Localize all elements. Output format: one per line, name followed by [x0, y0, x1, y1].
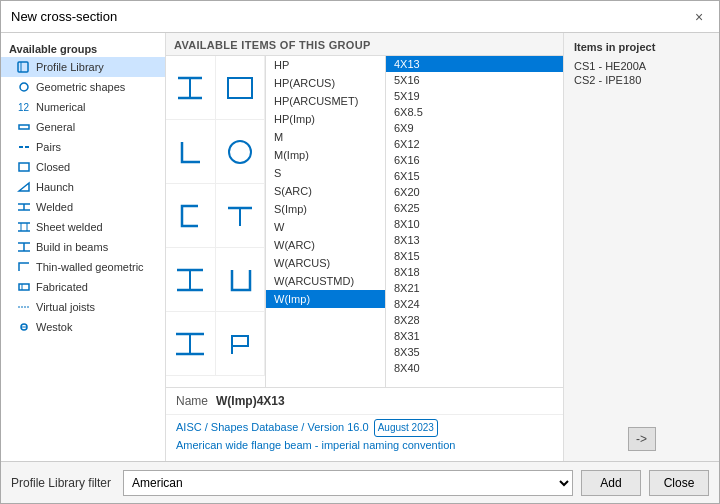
sidebar-item-pairs[interactable]: Pairs — [1, 137, 165, 157]
thumbnail-cell-ibeam3[interactable] — [166, 312, 216, 376]
shapes-icon — [17, 80, 31, 94]
size-item[interactable]: 5X16 — [386, 72, 563, 88]
svg-rect-0 — [18, 62, 28, 72]
size-item[interactable]: 8X24 — [386, 296, 563, 312]
book-icon — [17, 60, 31, 74]
profile-library-filter[interactable]: AmericanEuropeanAll — [123, 470, 573, 496]
size-item[interactable]: 6X25 — [386, 200, 563, 216]
thumbnail-cell-t[interactable] — [216, 184, 266, 248]
svg-text:12: 12 — [18, 102, 30, 113]
group-item[interactable]: W(ARCUS) — [266, 254, 385, 272]
sidebar-item-virtual-joists[interactable]: Virtual joists — [1, 297, 165, 317]
group-item[interactable]: M — [266, 128, 385, 146]
sidebar-item-general[interactable]: General — [1, 117, 165, 137]
thumbnail-cell-ibeam[interactable] — [166, 56, 216, 120]
size-item[interactable]: 8X35 — [386, 344, 563, 360]
svg-rect-4 — [19, 125, 29, 129]
name-value: W(Imp)4X13 — [216, 394, 285, 408]
group-item[interactable]: HP(ARCUSMET) — [266, 92, 385, 110]
sidebar-item-closed[interactable]: Closed — [1, 157, 165, 177]
group-item[interactable]: S(ARC) — [266, 182, 385, 200]
size-item[interactable]: 4X13 — [386, 56, 563, 72]
center-panel: AVAILABLE ITEMS OF THIS GROUP — [166, 33, 564, 461]
group-item[interactable]: W(ARC) — [266, 236, 385, 254]
sidebar-item-label: Sheet welded — [36, 221, 103, 233]
group-item[interactable]: S(Imp) — [266, 200, 385, 218]
filter-label: Profile Library filter — [11, 476, 111, 490]
sidebar-item-label: Fabricated — [36, 281, 88, 293]
virtual-icon — [17, 300, 31, 314]
size-item[interactable]: 5X19 — [386, 88, 563, 104]
size-item[interactable]: 8X21 — [386, 280, 563, 296]
sidebar-item-label: Haunch — [36, 181, 74, 193]
group-item[interactable]: HP(ARCUS) — [266, 74, 385, 92]
sidebar-item-westok[interactable]: Westok — [1, 317, 165, 337]
title-bar: New cross-section × — [1, 1, 719, 33]
svg-point-2 — [20, 83, 28, 91]
sidebar-item-label: Geometric shapes — [36, 81, 125, 93]
sidebar-item-thin-walled[interactable]: Thin-walled geometric — [1, 257, 165, 277]
group-item[interactable]: W(ARCUSTMD) — [266, 272, 385, 290]
thumbnail-cell-ibeam2[interactable] — [166, 248, 216, 312]
group-item[interactable]: M(Imp) — [266, 146, 385, 164]
sidebar-item-geometric-shapes[interactable]: Geometric shapes — [1, 77, 165, 97]
sidebar-item-profile-library[interactable]: Profile Library — [1, 57, 165, 77]
size-item[interactable]: 8X15 — [386, 248, 563, 264]
available-header: AVAILABLE ITEMS OF THIS GROUP — [166, 33, 563, 56]
sidebar-item-sheet-welded[interactable]: Sheet welded — [1, 217, 165, 237]
thin-icon — [17, 260, 31, 274]
size-item[interactable]: 8X40 — [386, 360, 563, 376]
size-item[interactable]: 8X13 — [386, 232, 563, 248]
pairs-icon — [17, 140, 31, 154]
thumbnail-cell-u[interactable] — [216, 248, 266, 312]
arrow-button[interactable]: -> — [628, 427, 656, 451]
info-row: AISC / Shapes Database / Version 16.0 Au… — [166, 414, 563, 461]
size-item[interactable]: 6X20 — [386, 184, 563, 200]
buildin-icon — [17, 240, 31, 254]
thumbnail-cell-circle[interactable] — [216, 120, 266, 184]
size-item[interactable]: 8X31 — [386, 328, 563, 344]
close-bottom-button[interactable]: Close — [649, 470, 709, 496]
sidebar-item-haunch[interactable]: Haunch — [1, 177, 165, 197]
sizes-list: 4X135X165X196X8.56X96X126X166X156X206X25… — [386, 56, 563, 387]
group-item[interactable]: HP — [266, 56, 385, 74]
group-item[interactable]: W(Imp) — [266, 290, 385, 308]
project-item: CS2 - IPE180 — [574, 73, 709, 87]
group-item[interactable]: S — [266, 164, 385, 182]
sidebar-item-fabricated[interactable]: Fabricated — [1, 277, 165, 297]
group-item[interactable]: HP(Imp) — [266, 110, 385, 128]
dialog-close-button[interactable]: × — [689, 7, 709, 27]
dialog-window: New cross-section × Available groups Pro… — [0, 0, 720, 504]
sidebar-item-label: Westok — [36, 321, 72, 333]
thumbnail-row — [166, 120, 265, 184]
sidebar-item-welded[interactable]: Welded — [1, 197, 165, 217]
info-line1: AISC / Shapes Database / Version 16.0 Au… — [176, 419, 553, 437]
size-item[interactable]: 6X9 — [386, 120, 563, 136]
name-label: Name — [176, 394, 208, 408]
add-button[interactable]: Add — [581, 470, 641, 496]
project-items-list: CS1 - HE200ACS2 - IPE180 — [564, 59, 719, 417]
thumbnail-row — [166, 56, 265, 120]
sidebar-item-label: Virtual joists — [36, 301, 95, 313]
size-item[interactable]: 8X28 — [386, 312, 563, 328]
size-item[interactable]: 8X10 — [386, 216, 563, 232]
size-item[interactable]: 6X15 — [386, 168, 563, 184]
svg-marker-8 — [19, 183, 29, 191]
thumbnail-cell-rect[interactable] — [216, 56, 266, 120]
dialog-title: New cross-section — [11, 9, 117, 24]
sidebar-item-build-in-beams[interactable]: Build in beams — [1, 237, 165, 257]
svg-point-28 — [229, 141, 251, 163]
size-item[interactable]: 8X18 — [386, 264, 563, 280]
thumbnail-cell-c[interactable] — [166, 184, 216, 248]
sidebar-item-label: Numerical — [36, 101, 86, 113]
center-top: HPHP(ARCUS)HP(ARCUSMET)HP(Imp)MM(Imp)SS(… — [166, 56, 563, 387]
size-item[interactable]: 6X16 — [386, 152, 563, 168]
thumbnail-cell-misc[interactable] — [216, 312, 266, 376]
group-item[interactable]: W — [266, 218, 385, 236]
size-item[interactable]: 6X8.5 — [386, 104, 563, 120]
group-list: HPHP(ARCUS)HP(ARCUSMET)HP(Imp)MM(Imp)SS(… — [266, 56, 386, 387]
haunch-icon — [17, 180, 31, 194]
size-item[interactable]: 6X12 — [386, 136, 563, 152]
sidebar-item-numerical[interactable]: 12 Numerical — [1, 97, 165, 117]
thumbnail-cell-l[interactable] — [166, 120, 216, 184]
